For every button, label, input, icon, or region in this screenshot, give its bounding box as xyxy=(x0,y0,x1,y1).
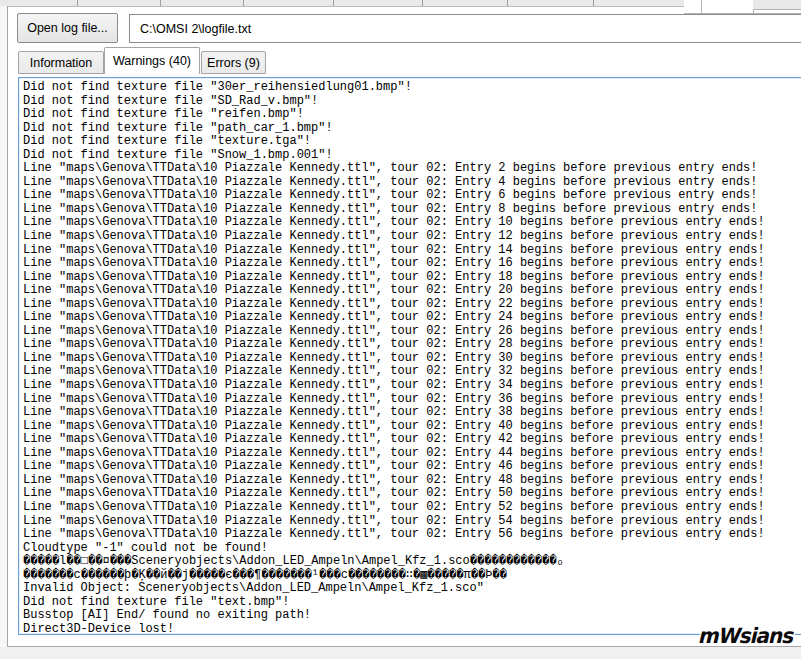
watermark: mWsians xyxy=(698,623,792,648)
log-file-path-input[interactable]: C:\OMSI 2\logfile.txt xyxy=(129,14,801,43)
tab-warnings[interactable]: Warnings (40) xyxy=(104,47,200,74)
window-left-border xyxy=(7,6,8,647)
window-left-gutter xyxy=(0,6,7,647)
cropped-top-right-corner xyxy=(753,0,801,10)
open-log-file-button[interactable]: Open log file... xyxy=(17,13,118,43)
log-output-area[interactable]: Did not find texture file "30er_reihensi… xyxy=(18,77,801,635)
top-edge-separator xyxy=(507,0,508,6)
tab-errors[interactable]: Errors (9) xyxy=(201,51,266,74)
desktop-background xyxy=(0,647,801,659)
log-text: Did not find texture file "30er_reihensi… xyxy=(19,78,801,635)
top-edge-separator xyxy=(333,0,334,6)
top-edge-separator xyxy=(77,0,78,6)
top-edge-separator xyxy=(243,0,244,6)
top-edge-separator xyxy=(422,0,423,6)
top-edge-separator xyxy=(593,0,594,6)
top-edge-separator xyxy=(160,0,161,6)
tab-information[interactable]: Information xyxy=(18,51,104,74)
cropped-top-edge xyxy=(0,0,684,7)
top-edge-separator xyxy=(701,0,702,13)
